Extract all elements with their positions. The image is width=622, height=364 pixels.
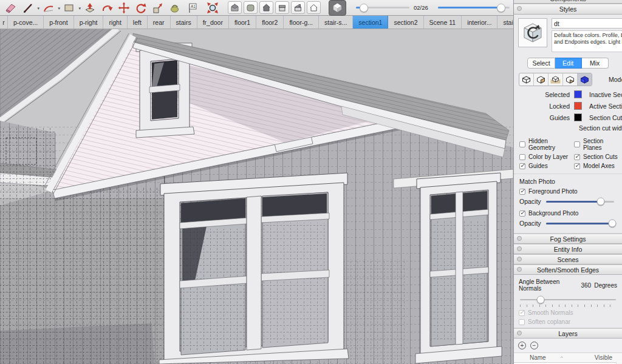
paint-bucket-icon[interactable] [167,1,183,15]
style-name-input[interactable] [552,18,622,29]
scene-tab[interactable]: rear [148,16,171,29]
face-settings-icon[interactable] [534,73,549,86]
collapse-toggle-icon[interactable] [517,236,522,241]
back-view-button[interactable] [275,1,289,14]
scale-tool-icon[interactable] [150,1,166,15]
svg-text:A1: A1 [191,4,196,8]
selected-color-swatch[interactable] [574,90,582,98]
angle-slider[interactable] [519,295,617,304]
checkbox-guides[interactable]: Guides [519,163,574,169]
scene-tab[interactable]: interior... [462,16,497,29]
checkbox-background-photo[interactable]: Background Photo [519,210,622,217]
layers-panel-header[interactable]: Layers [514,328,622,339]
add-layer-button[interactable] [518,342,526,349]
line-tool-icon[interactable] [20,1,36,15]
modeling-settings-label: Modeling Settings [609,76,622,83]
edge-settings-icon[interactable] [519,73,534,86]
foreground-opacity-slider[interactable]: Opacity [519,197,622,206]
checkbox-foreground-photo[interactable]: Foreground Photo [519,188,622,195]
scene-tab[interactable]: right [103,16,127,29]
arc-tool-icon[interactable] [41,1,56,15]
top-view-button[interactable] [244,1,258,14]
follow-me-icon[interactable] [99,1,115,15]
scene-tab[interactable]: floor1 [229,16,256,29]
locked-color-swatch[interactable] [574,102,582,110]
collapse-toggle-icon[interactable] [517,246,522,251]
shadow-date-slider[interactable]: 02/26 [356,4,428,11]
layers-toolbar [514,339,622,353]
push-pull-icon[interactable] [82,1,98,15]
collapse-toggle-icon[interactable] [517,6,522,11]
entity-info-header[interactable]: Entity Info [514,244,622,254]
shadow-date-value: 02/26 [414,4,428,11]
scene-tab-selected[interactable]: section1 [353,16,388,29]
style-thumbnail[interactable] [518,18,547,47]
scene-tab[interactable]: left [128,16,148,29]
move-tool-icon[interactable] [116,1,132,15]
checkbox-section-planes[interactable]: Section Planes [574,138,622,151]
scene-tab[interactable]: r [0,16,8,29]
scene-tab[interactable]: section2 [388,16,423,29]
zoom-extents-icon[interactable] [205,1,220,15]
checkbox-section-cuts[interactable]: Section Cuts [574,153,622,160]
tab-edit[interactable]: Edit [555,58,582,69]
scene-tab[interactable]: floor-g... [284,16,319,29]
checkbox-hidden-geometry[interactable]: Hidden Geometry [519,138,574,151]
edit-sections-strip [519,73,592,86]
visible-column-header[interactable]: Visible [595,354,612,361]
soften-smooth-edges-header[interactable]: Soften/Smooth Edges [514,265,622,275]
iso-view-button[interactable] [228,1,242,14]
style-icon [521,21,544,44]
side-view-button[interactable] [291,1,305,14]
tab-mix[interactable]: Mix [582,58,609,69]
scene-tab[interactable]: p-right [74,16,104,29]
guides-color-swatch[interactable] [574,113,582,121]
scene-tab[interactable]: floor2 [256,16,284,29]
collapse-toggle-icon[interactable] [517,257,522,261]
layers-table: Name Visible Layer0 LFX_Face_Me LFX_Flow… [514,353,622,364]
inactive-section-label: Inactive Section [589,91,622,98]
background-settings-icon[interactable] [549,73,563,86]
rectangle-tool-icon[interactable] [61,1,77,15]
scene-tab[interactable]: Scene 11 [424,16,462,29]
background-opacity-slider[interactable]: Opacity [519,218,622,228]
checkbox-smooth-normals[interactable]: Smooth Normals [519,309,617,316]
shaded-display-button[interactable] [329,0,346,16]
collapse-toggle-icon[interactable] [517,331,522,335]
modeling-settings-icon[interactable] [578,73,592,86]
watermark-settings-icon[interactable] [563,73,578,86]
name-column-header[interactable]: Name [530,354,546,361]
eraser-icon[interactable] [3,1,19,15]
text-tool-icon[interactable]: A1 [184,1,200,15]
scene-tab[interactable]: stairs [171,16,197,29]
scene-tab[interactable]: stair-s... [319,16,353,29]
model-viewport[interactable] [0,29,513,364]
views-toolbar [228,1,323,14]
scenes-header[interactable]: Scenes [514,254,622,265]
right-window[interactable] [415,173,502,363]
collapse-toggle-icon[interactable] [517,267,522,272]
checkbox-color-by-layer[interactable]: Color by Layer [519,153,574,160]
soften-smooth-edges-panel: Angle Between Normals 360 Degrees Smooth… [514,275,622,328]
sort-ascending-icon[interactable] [561,355,563,360]
scene-tab[interactable]: p-front [44,16,73,29]
angle-unit: Degrees [594,282,617,289]
layers-table-header: Name Visible [514,353,622,363]
fog-settings-header[interactable]: Fog Settings [514,234,622,244]
match-photo-section: Match Photo Foreground Photo Opacity Bac… [514,174,622,234]
styles-panel-header[interactable]: Styles [514,4,622,15]
match-photo-title: Match Photo [519,178,622,185]
center-window[interactable] [159,173,349,364]
scene-tab[interactable]: fr_door [197,16,229,29]
tab-select[interactable]: Select [527,58,555,69]
active-section-label: Active Section [589,103,622,110]
checkbox-model-axes[interactable]: Model Axes [574,163,622,169]
home-view-button[interactable] [307,1,321,14]
modeling-colors: Selected Inactive Section Locked Active … [514,89,622,135]
checkbox-soften-coplanar[interactable]: Soften coplanar [519,318,617,325]
scene-tab[interactable]: p-cove... [8,16,44,29]
remove-layer-button[interactable] [530,342,538,349]
rotate-tool-icon[interactable] [133,1,149,15]
angle-value[interactable]: 360 [581,282,592,289]
front-view-button[interactable] [259,1,273,14]
